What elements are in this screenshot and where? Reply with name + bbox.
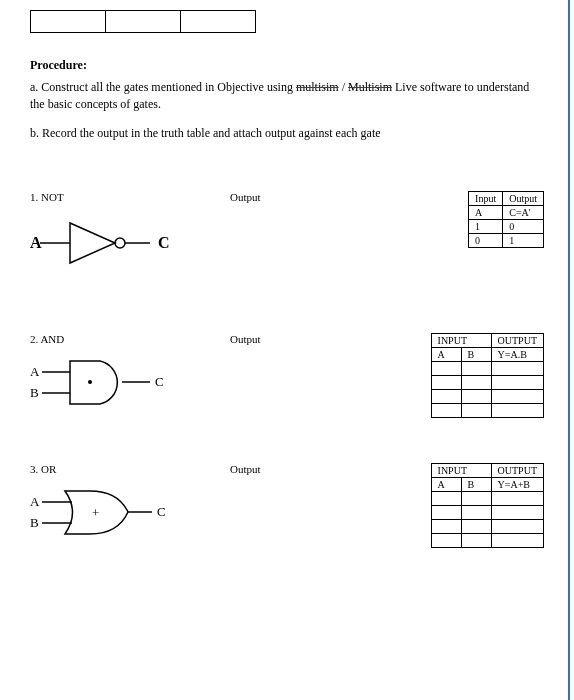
not-r1c1: A xyxy=(469,206,503,220)
procedure-item-a: a. Construct all the gates mentioned in … xyxy=(30,79,544,113)
and-r1c1: A xyxy=(431,348,461,362)
and-input-b-label: B xyxy=(30,385,39,400)
or-input-b-label: B xyxy=(30,515,39,530)
not-gate-icon: A C xyxy=(30,213,180,273)
gate-section-and: 2. AND A B C Output INPUT OUTPUT A B Y=A… xyxy=(30,333,544,418)
gate-label-and: 2. AND xyxy=(30,333,210,345)
not-r3c1: 0 xyxy=(469,234,503,248)
not-input-a-label: A xyxy=(30,234,42,251)
truth-table-or: INPUT OUTPUT A B Y=A+B xyxy=(431,463,544,548)
procedure-item-b: b. Record the output in the truth table … xyxy=(30,125,544,142)
svg-marker-1 xyxy=(70,223,115,263)
not-th-input: Input xyxy=(469,192,503,206)
not-r2c2: 0 xyxy=(503,220,544,234)
not-r2c1: 1 xyxy=(469,220,503,234)
and-r1c3: Y=A.B xyxy=(491,348,543,362)
or-r1c3: Y=A+B xyxy=(491,478,543,492)
page-right-border xyxy=(568,0,570,700)
and-gate-icon: A B C xyxy=(30,355,190,410)
truth-table-not: Input Output A C=A' 1 0 0 1 xyxy=(468,191,544,248)
procedure-a-strike2: Multisim xyxy=(348,80,392,94)
or-th-output: OUTPUT xyxy=(491,464,543,478)
svg-point-6 xyxy=(88,380,92,384)
or-r1c1: A xyxy=(431,478,461,492)
gate-label-or: 3. OR xyxy=(30,463,210,475)
procedure-a-prefix: a. Construct all the gates mentioned in … xyxy=(30,80,296,94)
not-r3c2: 1 xyxy=(503,234,544,248)
procedure-heading: Procedure: xyxy=(30,58,544,73)
and-th-input: INPUT xyxy=(431,334,491,348)
top-empty-table xyxy=(30,10,256,33)
not-th-output: Output xyxy=(503,192,544,206)
output-label-or: Output xyxy=(230,463,330,475)
output-label-not: Output xyxy=(230,191,330,203)
not-output-c-label: C xyxy=(158,234,170,251)
output-label-and: Output xyxy=(230,333,330,345)
gate-section-not: 1. NOT A C Output Input Output A C=A' 1 … xyxy=(30,191,544,273)
truth-table-and: INPUT OUTPUT A B Y=A.B xyxy=(431,333,544,418)
or-th-input: INPUT xyxy=(431,464,491,478)
gate-section-or: 3. OR + A B C Output INPUT OUTPUT A B Y=… xyxy=(30,463,544,548)
or-r1c2: B xyxy=(461,478,491,492)
or-gate-icon: + A B C xyxy=(30,485,190,540)
gate-label-not: 1. NOT xyxy=(30,191,210,203)
and-output-c-label: C xyxy=(155,374,164,389)
or-input-a-label: A xyxy=(30,494,40,509)
and-r1c2: B xyxy=(461,348,491,362)
or-output-c-label: C xyxy=(157,504,166,519)
or-plus-symbol: + xyxy=(92,505,99,520)
not-r1c2: C=A' xyxy=(503,206,544,220)
procedure-a-strike1: multisim xyxy=(296,80,339,94)
procedure-a-slash: / xyxy=(339,80,348,94)
and-th-output: OUTPUT xyxy=(491,334,543,348)
and-input-a-label: A xyxy=(30,364,40,379)
